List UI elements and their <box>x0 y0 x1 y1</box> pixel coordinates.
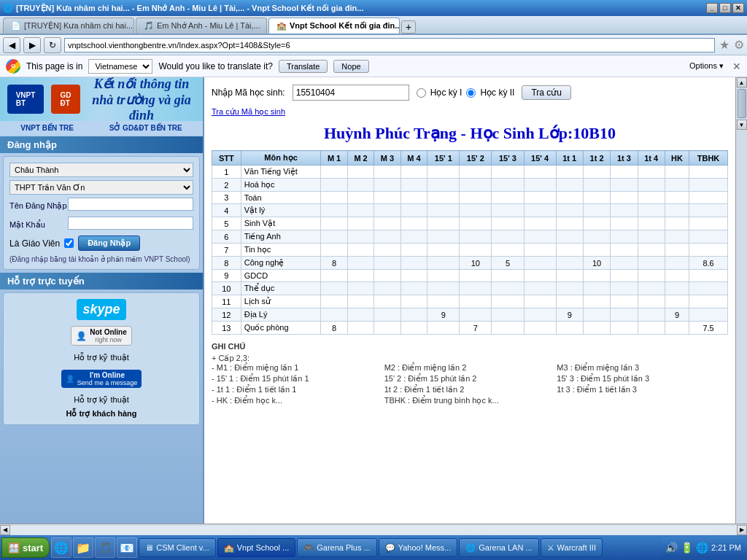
cell-m1-row11 <box>321 295 347 308</box>
taskbar-csm-button[interactable]: 🖥 CSM Client v... <box>139 538 216 557</box>
cell-tbhk-row7 <box>689 244 728 257</box>
cell-f3-row13 <box>492 322 524 335</box>
note-1t3: 1t 3 : Điểm 1 tiết lần 3 <box>557 385 728 394</box>
cell-mon-row2: Hoá học <box>241 179 321 192</box>
cell-stt-row6: 6 <box>212 230 241 244</box>
taskbar-yahoo-button[interactable]: 💬 Yahoo! Mess... <box>379 538 458 557</box>
start-icon: 🪟 <box>8 542 20 553</box>
support-tech2-item: 👤 I'm Online Send me a message <box>61 370 142 388</box>
cell-o3-row11 <box>611 295 638 308</box>
tab-close-icon[interactable]: ✕ <box>266 22 267 30</box>
settings-icon[interactable]: ⚙ <box>734 38 744 52</box>
taskbar-ie-icon[interactable]: 🌐 <box>51 537 71 558</box>
search-button[interactable]: Tra cứu <box>522 85 571 100</box>
tray-icon-2[interactable]: 🔋 <box>681 542 693 553</box>
lookup-link[interactable]: Tra cứu Mã học sinh <box>212 107 285 116</box>
tab-icon: 🎵 <box>144 21 154 31</box>
cell-o2-row9 <box>583 270 610 282</box>
cell-m3-row12 <box>374 308 400 322</box>
tray-icon-1[interactable]: 🔊 <box>665 542 678 553</box>
table-row: 7Tin học <box>212 244 728 257</box>
teacher-checkbox[interactable] <box>64 238 74 248</box>
password-input[interactable] <box>68 217 193 230</box>
cell-f1-row11 <box>427 295 460 308</box>
maximize-button[interactable]: □ <box>719 3 731 13</box>
start-button[interactable]: 🪟 start <box>1 537 50 558</box>
cell-stt-row1: 1 <box>212 166 241 179</box>
tab-truyện[interactable]: 📄 [TRUYỆN] Kưa nhâm chi hai... ✕ <box>3 18 134 34</box>
tray-icon-3[interactable]: 🌐 <box>696 542 708 553</box>
cell-m4-row7 <box>400 244 427 257</box>
taskbar-folder-icon[interactable]: 📁 <box>73 537 93 558</box>
translate-button[interactable]: Translate <box>279 60 328 73</box>
cell-m4-row2 <box>400 179 427 192</box>
start-label: start <box>23 542 43 553</box>
tab-music[interactable]: 🎵 Em Nhớ Anh - Miu Lê | Tài,... ✕ <box>136 18 267 34</box>
cell-o2-row4 <box>583 204 610 217</box>
minimize-button[interactable]: _ <box>706 3 718 13</box>
hk2-label: Học kỳ II <box>480 88 514 98</box>
taskbar-vnpt-button[interactable]: 🏫 Vnpt School ... <box>217 538 296 557</box>
district-select[interactable]: Châu Thành <box>9 163 193 177</box>
cell-stt-row13: 13 <box>212 322 241 335</box>
hk1-radio[interactable] <box>417 88 426 98</box>
scroll-left-arrow[interactable]: ◀ <box>0 525 10 535</box>
cell-f4-row9 <box>524 270 556 282</box>
cell-f4-row2 <box>524 179 556 192</box>
cell-m4-row3 <box>400 192 427 204</box>
nope-button[interactable]: Nope <box>333 60 368 73</box>
username-input[interactable] <box>68 198 193 211</box>
bookmark-star-icon[interactable]: ★ <box>719 38 729 52</box>
login-button[interactable]: Đăng Nhập <box>78 236 140 251</box>
cell-m2-row10 <box>347 282 374 295</box>
translate-bar-close-icon[interactable]: ✕ <box>732 61 741 72</box>
table-row: 1Văn Tiếng Việt <box>212 166 728 179</box>
col-1t2: 1t 2 <box>583 151 610 166</box>
student-id-input[interactable] <box>293 85 409 101</box>
options-button[interactable]: Options ▾ <box>689 61 724 71</box>
note-hk: - HK : Điểm học k... <box>212 396 383 405</box>
nav-bar: ◀ ▶ ↻ ★ ⚙ <box>0 35 747 55</box>
cell-o4-row8 <box>638 257 665 270</box>
tab-vnpt[interactable]: 🏫 Vnpt School Kết nối gia đin... ✕ <box>268 18 400 34</box>
browser-icon: 🌐 <box>3 4 13 13</box>
back-button[interactable]: ◀ <box>3 37 20 53</box>
site-banner: Kết nối thông tin nhà trường và gia đình <box>88 77 196 121</box>
cell-f4-row10 <box>524 282 556 295</box>
table-row: 5Sinh Vật <box>212 217 728 230</box>
scroll-down-arrow[interactable]: ▼ <box>737 120 747 130</box>
not-online-badge[interactable]: 👤 Not Online right now <box>71 326 132 346</box>
cell-f2-row7 <box>460 244 492 257</box>
new-tab-button[interactable]: + <box>401 20 416 34</box>
bottom-scrollbar[interactable]: ◀ ▶ <box>0 524 747 535</box>
scroll-thumb[interactable] <box>738 89 746 118</box>
cell-hk-row12: 9 <box>665 308 689 322</box>
col-1t4: 1t 4 <box>638 151 665 166</box>
right-scrollbar[interactable]: ▲ ▼ <box>735 77 747 524</box>
taskbar-garena1-button[interactable]: 🎮 Garena Plus ... <box>297 538 376 557</box>
col-m4: M 4 <box>400 151 427 166</box>
table-row: 4Vật lý <box>212 204 728 217</box>
cell-m4-row8 <box>400 257 427 270</box>
search-form: Nhập Mã học sinh: Học kỳ I Học kỳ II Tra… <box>212 85 728 101</box>
cell-m3-row4 <box>374 204 400 217</box>
scroll-right-arrow[interactable]: ▶ <box>737 525 747 535</box>
cell-m1-row2 <box>321 179 347 192</box>
hk2-radio[interactable] <box>466 88 476 98</box>
im-online-badge[interactable]: 👤 I'm Online Send me a message <box>61 370 142 388</box>
address-bar[interactable] <box>64 38 715 52</box>
language-select[interactable]: Vietnamese <box>88 59 152 74</box>
scroll-up-arrow[interactable]: ▲ <box>737 77 747 88</box>
taskbar-warcraft-button[interactable]: ⚔ Warcraft III <box>541 538 603 557</box>
school-select[interactable]: THPT Trần Văn Ơn <box>9 180 193 195</box>
close-button[interactable]: ✕ <box>732 3 744 13</box>
cell-mon-row6: Tiếng Anh <box>241 230 321 244</box>
cell-o3-row5 <box>611 217 638 230</box>
taskbar-extra-icon[interactable]: 📧 <box>117 537 137 558</box>
forward-button[interactable]: ▶ <box>23 37 41 53</box>
taskbar-media-icon[interactable]: 🎵 <box>95 537 115 558</box>
reload-button[interactable]: ↻ <box>44 37 61 53</box>
cell-f4-row7 <box>524 244 556 257</box>
taskbar-garena2-button[interactable]: 🌐 Garena LAN ... <box>459 538 538 557</box>
cell-m1-row4 <box>321 204 347 217</box>
